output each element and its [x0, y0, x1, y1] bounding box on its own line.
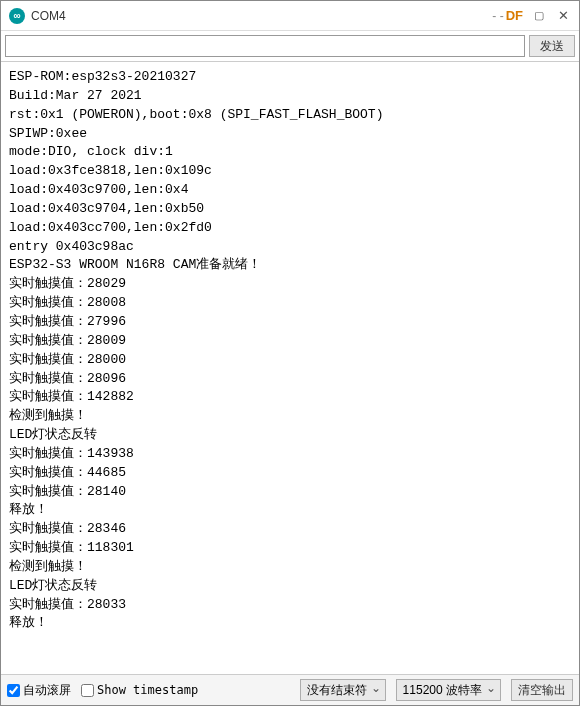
send-input[interactable]: [5, 35, 525, 57]
timestamp-input[interactable]: [81, 684, 94, 697]
dash-decor: - -: [492, 9, 503, 23]
send-button[interactable]: 发送: [529, 35, 575, 57]
brand-label: DF: [506, 8, 523, 23]
baud-select[interactable]: 115200 波特率: [396, 679, 501, 701]
window-title: COM4: [31, 9, 66, 23]
bottom-bar: 自动滚屏 Show timestamp 没有结束符 115200 波特率 清空输…: [1, 675, 579, 705]
timestamp-label: Show timestamp: [97, 683, 198, 697]
autoscroll-checkbox[interactable]: 自动滚屏: [7, 682, 71, 699]
serial-console[interactable]: ESP-ROM:esp32s3-20210327 Build:Mar 27 20…: [1, 62, 579, 675]
line-ending-select[interactable]: 没有结束符: [300, 679, 386, 701]
timestamp-checkbox[interactable]: Show timestamp: [81, 683, 198, 697]
title-bar: ∞ COM4 - - DF ▢ ✕: [1, 1, 579, 31]
arduino-icon: ∞: [9, 8, 25, 24]
send-row: 发送: [1, 31, 579, 62]
autoscroll-input[interactable]: [7, 684, 20, 697]
autoscroll-label: 自动滚屏: [23, 682, 71, 699]
line-ending-value: 没有结束符: [307, 682, 367, 699]
minimize-icon[interactable]: ▢: [527, 5, 551, 27]
baud-value: 115200 波特率: [403, 682, 482, 699]
close-icon[interactable]: ✕: [551, 5, 575, 27]
clear-output-button[interactable]: 清空输出: [511, 679, 573, 701]
